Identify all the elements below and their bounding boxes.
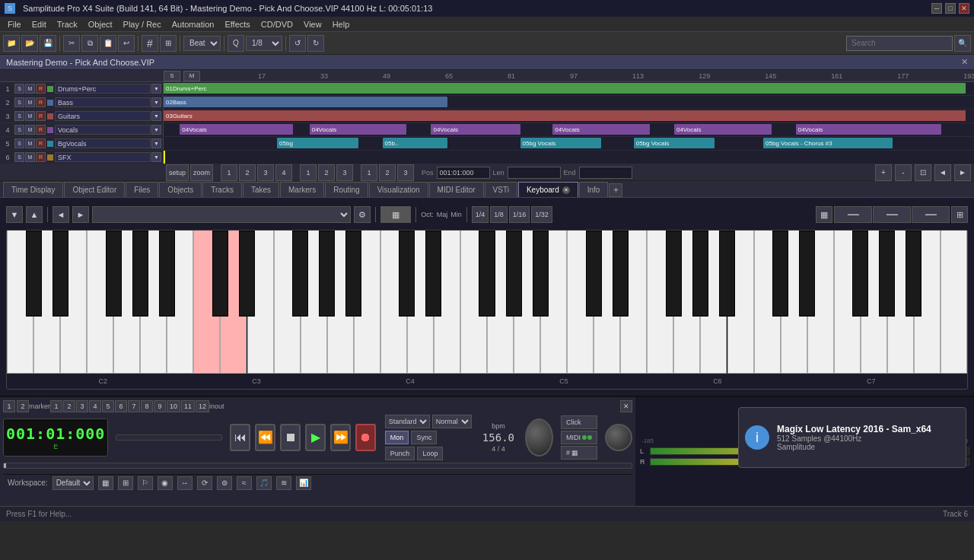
track-expand-6[interactable]: ▼ bbox=[151, 152, 161, 162]
menu-track[interactable]: Track bbox=[53, 19, 82, 30]
track-expand-3[interactable]: ▼ bbox=[151, 111, 161, 121]
m6[interactable]: 6 bbox=[115, 400, 127, 412]
btn-begin[interactable]: ⏮ bbox=[230, 424, 250, 451]
piano-black-key[interactable] bbox=[159, 231, 175, 317]
piano-keyboard[interactable]: #keys-wrapper { position: relative; } .w… bbox=[7, 231, 967, 374]
ws-btn9[interactable]: 🎵 bbox=[256, 476, 272, 490]
ws-btn8[interactable]: ≈ bbox=[237, 476, 252, 490]
track-clip-2[interactable]: 02Bass bbox=[164, 97, 447, 107]
beat-select[interactable]: Beat bbox=[183, 36, 221, 51]
setup-btn[interactable]: setup bbox=[166, 164, 189, 181]
track-solo-2[interactable]: S bbox=[14, 97, 24, 107]
track-lane-2[interactable]: 02Bass bbox=[164, 96, 974, 109]
normal-select[interactable]: Normal bbox=[432, 415, 472, 428]
ws-btn3[interactable]: ⚐ bbox=[138, 476, 153, 490]
pos-input[interactable] bbox=[437, 167, 490, 179]
midi-btn[interactable]: MIDI bbox=[561, 431, 597, 444]
loop-btn[interactable]: Loop bbox=[417, 447, 443, 460]
tab-objects[interactable]: Objects bbox=[159, 182, 202, 197]
ws-btn11[interactable]: 📊 bbox=[296, 476, 311, 490]
search-button[interactable]: 🔍 bbox=[954, 35, 971, 52]
len-input[interactable] bbox=[508, 167, 561, 179]
piano-black-key[interactable] bbox=[852, 231, 868, 317]
ws-btn2[interactable]: ⊞ bbox=[118, 476, 133, 490]
tab-markers[interactable]: Markers bbox=[280, 182, 324, 197]
track-expand-5[interactable]: ▼ bbox=[151, 138, 161, 148]
track-clip-5a[interactable]: 05bg bbox=[277, 138, 358, 148]
master-volume-knob[interactable] bbox=[525, 418, 553, 457]
m7[interactable]: 7 bbox=[128, 400, 140, 412]
tb-cut[interactable]: ✂ bbox=[63, 35, 80, 52]
tb-new[interactable]: 📁 bbox=[3, 35, 20, 52]
m12[interactable]: 12 bbox=[196, 400, 209, 412]
loop-1[interactable]: 1 bbox=[221, 164, 237, 181]
piano-black-key[interactable] bbox=[799, 231, 815, 317]
track-clip-4f[interactable]: 04Vocals bbox=[796, 124, 942, 135]
m4[interactable]: 4 bbox=[89, 400, 101, 412]
track-expand-4[interactable]: ▼ bbox=[151, 125, 161, 135]
collapse-btn[interactable]: S bbox=[164, 71, 180, 81]
track-lane-1[interactable]: 01Drums+Perc bbox=[164, 82, 974, 95]
track-record-5[interactable]: R bbox=[36, 138, 46, 148]
track-lane-4[interactable]: 04Vocals 04Vocals 04Vocals 04Vocals 04Vo… bbox=[164, 123, 974, 136]
kb-prev[interactable]: ◄ bbox=[53, 206, 69, 223]
track-solo-4[interactable]: S bbox=[14, 125, 24, 135]
tab-files[interactable]: Files bbox=[126, 182, 158, 197]
track-clip-5c[interactable]: 05bg Vocals bbox=[520, 138, 602, 148]
m1[interactable]: 1 bbox=[50, 400, 62, 412]
project-close[interactable]: ✕ bbox=[961, 57, 968, 67]
track-name-4[interactable]: Vocals bbox=[55, 125, 151, 135]
btn-rewind[interactable]: ⏪ bbox=[255, 424, 275, 451]
track-name-2[interactable]: Bass bbox=[55, 97, 151, 107]
track-record-2[interactable]: R bbox=[36, 97, 46, 107]
track-clip-5d[interactable]: 05bg Vocals bbox=[634, 138, 715, 148]
kb-next[interactable]: ► bbox=[72, 206, 89, 223]
ws-btn7[interactable]: ⊚ bbox=[217, 476, 232, 490]
m2[interactable]: 2 bbox=[63, 400, 75, 412]
piano-black-key[interactable] bbox=[106, 231, 122, 317]
piano-black-key[interactable] bbox=[906, 231, 921, 317]
tb-undo2[interactable]: ↺ bbox=[289, 35, 306, 52]
range-1[interactable]: 1 bbox=[300, 164, 317, 181]
menu-effects[interactable]: Effects bbox=[220, 19, 254, 30]
piano-black-key[interactable] bbox=[212, 231, 228, 317]
track-clip-5e[interactable]: 05bg Vocals - Chorus #3 bbox=[763, 138, 893, 148]
tab-close-keyboard[interactable]: ✕ bbox=[562, 186, 570, 194]
track-mute-2[interactable]: M bbox=[25, 97, 35, 107]
kb-midi-vis[interactable]: ▦ bbox=[380, 206, 411, 223]
piano-black-key[interactable] bbox=[719, 231, 735, 317]
kb-frac-3[interactable]: 1/16 bbox=[509, 206, 530, 223]
tab-time-display[interactable]: Time Display bbox=[3, 182, 63, 197]
hash-btn[interactable]: # ▦ bbox=[561, 446, 597, 460]
zoom-out-btn[interactable]: - bbox=[895, 164, 912, 181]
tab-tracks[interactable]: Tracks bbox=[202, 182, 242, 197]
m8[interactable]: 8 bbox=[141, 400, 153, 412]
track-solo-5[interactable]: S bbox=[14, 138, 24, 148]
menu-cddvd[interactable]: CD/DVD bbox=[256, 19, 298, 30]
track-expand-1[interactable]: ▼ bbox=[151, 84, 161, 94]
ws-btn10[interactable]: ≋ bbox=[276, 476, 291, 490]
minimize-button[interactable]: ─ bbox=[931, 3, 942, 14]
menu-play-rec[interactable]: Play / Rec bbox=[119, 19, 166, 30]
mode-select[interactable]: Standard bbox=[385, 415, 430, 428]
track-lane-3[interactable]: 03Guitars bbox=[164, 110, 974, 123]
kb-nav-down[interactable]: ▼ bbox=[6, 206, 23, 223]
add-panel-button[interactable]: + bbox=[609, 183, 622, 197]
scroll-left-btn[interactable]: ◄ bbox=[934, 164, 951, 181]
tb-save[interactable]: 💾 bbox=[40, 35, 56, 52]
click-btn[interactable]: Click bbox=[561, 415, 597, 429]
snap-select[interactable]: 1/8 1/4 1/16 bbox=[246, 36, 282, 51]
scroll-right-btn[interactable]: ► bbox=[954, 164, 971, 181]
kb-frac-4[interactable]: 1/32 bbox=[531, 206, 552, 223]
track-solo-6[interactable]: S bbox=[14, 152, 24, 162]
btn-record[interactable]: ⏺ bbox=[355, 424, 376, 451]
piano-black-key[interactable] bbox=[399, 231, 415, 317]
fit-btn[interactable]: ⊡ bbox=[915, 164, 931, 181]
track-record-6[interactable]: R bbox=[36, 152, 46, 162]
tab-routing[interactable]: Routing bbox=[325, 182, 368, 197]
piano-black-key[interactable] bbox=[132, 231, 148, 317]
time-slider[interactable] bbox=[116, 434, 222, 441]
track-solo-1[interactable]: S bbox=[14, 84, 24, 94]
track-record-3[interactable]: R bbox=[36, 111, 46, 121]
tb-open[interactable]: 📂 bbox=[21, 35, 38, 52]
